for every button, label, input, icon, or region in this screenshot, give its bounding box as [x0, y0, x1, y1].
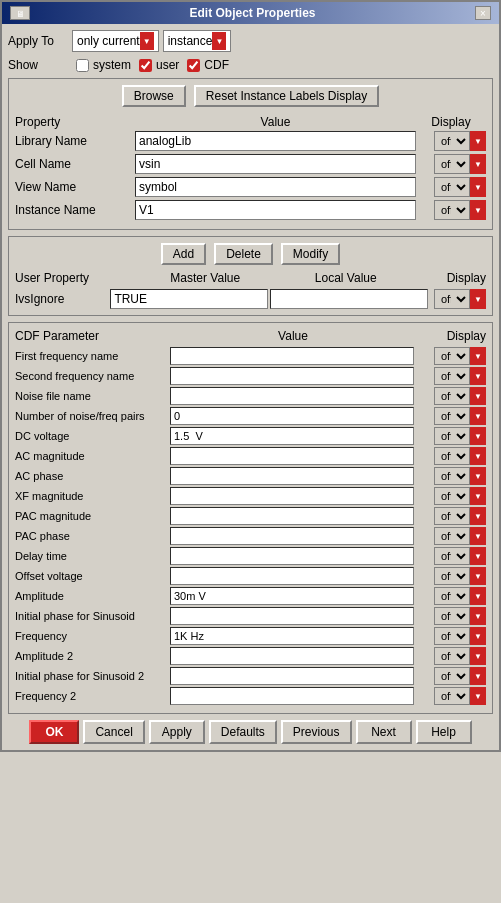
browse-button[interactable]: Browse — [122, 85, 186, 107]
reset-button[interactable]: Reset Instance Labels Display — [194, 85, 379, 107]
cdf-input-7[interactable] — [170, 487, 414, 505]
cdf-display-select-10[interactable]: off — [434, 547, 470, 565]
table-row: Amplitude off ▼ — [15, 587, 486, 605]
cdf-rows-container: First frequency name off ▼ Second freque… — [15, 347, 486, 705]
cdf-display-arrow-12[interactable]: ▼ — [470, 587, 486, 605]
cdf-input-9[interactable] — [170, 527, 414, 545]
modify-button[interactable]: Modify — [281, 243, 340, 265]
up-display-select[interactable]: off — [434, 289, 470, 309]
cdf-display-select-13[interactable]: off — [434, 607, 470, 625]
cdf-input-3[interactable] — [170, 407, 414, 425]
cdf-display-select-17[interactable]: off — [434, 687, 470, 705]
next-button[interactable]: Next — [356, 720, 412, 744]
cdf-display-select-7[interactable]: off — [434, 487, 470, 505]
cdf-input-4[interactable] — [170, 427, 414, 445]
display-arrow-0[interactable]: ▼ — [470, 131, 486, 151]
apply-to-arrow1[interactable]: ▼ — [140, 32, 154, 50]
cdf-display-arrow-11[interactable]: ▼ — [470, 567, 486, 585]
cdf-display-select-15[interactable]: off — [434, 647, 470, 665]
apply-button[interactable]: Apply — [149, 720, 205, 744]
cdf-display-arrow-16[interactable]: ▼ — [470, 667, 486, 685]
cdf-input-8[interactable] — [170, 507, 414, 525]
cdf-display-select-6[interactable]: off — [434, 467, 470, 485]
up-local-input[interactable] — [270, 289, 428, 309]
up-display-arrow[interactable]: ▼ — [470, 289, 486, 309]
cdf-input-0[interactable] — [170, 347, 414, 365]
cdf-display-select-14[interactable]: off — [434, 627, 470, 645]
cdf-input-6[interactable] — [170, 467, 414, 485]
cdf-display-arrow-1[interactable]: ▼ — [470, 367, 486, 385]
cdf-display-select-11[interactable]: off — [434, 567, 470, 585]
cdf-display-select-4[interactable]: off — [434, 427, 470, 445]
window-icon[interactable]: 🖥 — [10, 6, 30, 20]
cdf-display-select-1[interactable]: off — [434, 367, 470, 385]
cdf-display-arrow-13[interactable]: ▼ — [470, 607, 486, 625]
cdf-display-select-5[interactable]: off — [434, 447, 470, 465]
cdf-display-select-3[interactable]: off — [434, 407, 470, 425]
cdf-input-5[interactable] — [170, 447, 414, 465]
cdf-display-select-9[interactable]: off — [434, 527, 470, 545]
add-button[interactable]: Add — [161, 243, 206, 265]
ok-button[interactable]: OK — [29, 720, 79, 744]
show-user-checkbox[interactable] — [139, 59, 152, 72]
cdf-display-arrow-2[interactable]: ▼ — [470, 387, 486, 405]
cdf-display-arrow-17[interactable]: ▼ — [470, 687, 486, 705]
cdf-display-arrow-3[interactable]: ▼ — [470, 407, 486, 425]
cdf-display-select-12[interactable]: off — [434, 587, 470, 605]
cdf-input-15[interactable] — [170, 647, 414, 665]
display-arrow-2[interactable]: ▼ — [470, 177, 486, 197]
delete-button[interactable]: Delete — [214, 243, 273, 265]
cdf-display-15: off ▼ — [416, 647, 486, 665]
cdf-input-12[interactable] — [170, 587, 414, 605]
display-select-3[interactable]: off — [434, 200, 470, 220]
display-select-2[interactable]: off — [434, 177, 470, 197]
cdf-display-arrow-4[interactable]: ▼ — [470, 427, 486, 445]
display-select-1[interactable]: off — [434, 154, 470, 174]
cdf-input-14[interactable] — [170, 627, 414, 645]
prop-value-3[interactable] — [135, 200, 416, 220]
cdf-label-12: Amplitude — [15, 590, 170, 602]
cdf-input-13[interactable] — [170, 607, 414, 625]
cdf-display-select-8[interactable]: off — [434, 507, 470, 525]
previous-button[interactable]: Previous — [281, 720, 352, 744]
show-system-checkbox[interactable] — [76, 59, 89, 72]
display-select-0[interactable]: off — [434, 131, 470, 151]
cdf-input-1[interactable] — [170, 367, 414, 385]
cdf-input-10[interactable] — [170, 547, 414, 565]
cdf-input-2[interactable] — [170, 387, 414, 405]
close-button[interactable]: × — [475, 6, 491, 20]
prop-value-2[interactable] — [135, 177, 416, 197]
table-row: Delay time off ▼ — [15, 547, 486, 565]
defaults-button[interactable]: Defaults — [209, 720, 277, 744]
cdf-display-arrow-8[interactable]: ▼ — [470, 507, 486, 525]
cdf-display-arrow-9[interactable]: ▼ — [470, 527, 486, 545]
prop-value-0[interactable] — [135, 131, 416, 151]
apply-to-option2: instance — [168, 34, 213, 48]
apply-to-select2[interactable]: instance ▼ — [163, 30, 232, 52]
prop-value-1[interactable] — [135, 154, 416, 174]
cdf-display-arrow-10[interactable]: ▼ — [470, 547, 486, 565]
cdf-display-select-16[interactable]: off — [434, 667, 470, 685]
cdf-display-select-0[interactable]: off — [434, 347, 470, 365]
cdf-display-arrow-15[interactable]: ▼ — [470, 647, 486, 665]
apply-to-select1[interactable]: only current ▼ — [72, 30, 159, 52]
cdf-input-11[interactable] — [170, 567, 414, 585]
show-cdf-checkbox[interactable] — [187, 59, 200, 72]
up-master-input[interactable] — [110, 289, 268, 309]
cdf-display-arrow-0[interactable]: ▼ — [470, 347, 486, 365]
cdf-display-arrow-14[interactable]: ▼ — [470, 627, 486, 645]
cdf-label-14: Frequency — [15, 630, 170, 642]
cdf-display-14: off ▼ — [416, 627, 486, 645]
cdf-display-arrow-6[interactable]: ▼ — [470, 467, 486, 485]
cancel-button[interactable]: Cancel — [83, 720, 144, 744]
cdf-display-arrow-5[interactable]: ▼ — [470, 447, 486, 465]
cdf-display-8: off ▼ — [416, 507, 486, 525]
display-arrow-3[interactable]: ▼ — [470, 200, 486, 220]
cdf-input-17[interactable] — [170, 687, 414, 705]
apply-to-arrow2[interactable]: ▼ — [212, 32, 226, 50]
cdf-display-arrow-7[interactable]: ▼ — [470, 487, 486, 505]
cdf-display-select-2[interactable]: off — [434, 387, 470, 405]
cdf-input-16[interactable] — [170, 667, 414, 685]
display-arrow-1[interactable]: ▼ — [470, 154, 486, 174]
help-button[interactable]: Help — [416, 720, 472, 744]
